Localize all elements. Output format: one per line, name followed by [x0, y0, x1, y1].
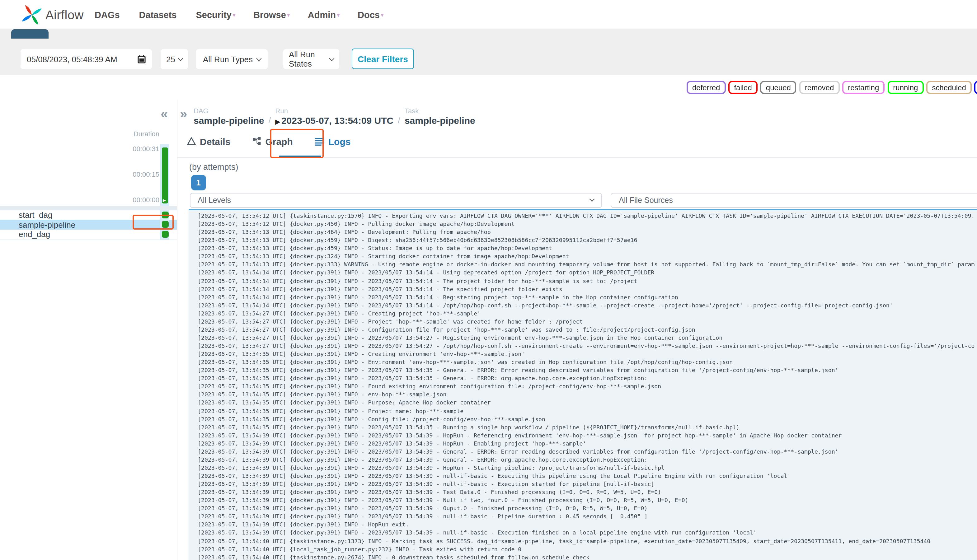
breadcrumb-run-label: Run [276, 107, 394, 115]
breadcrumb-run-value[interactable]: ▶2023-05-07, 13:54:09 UTC [276, 115, 394, 126]
log-line: [2023-05-07, 13:54:27 UTC] {docker.py:39… [198, 318, 977, 326]
log-line: [2023-05-07, 13:54:40 UTC] {local_task_j… [198, 545, 977, 553]
dag-run-duration-bar[interactable]: ▶ [162, 147, 168, 203]
state-badge[interactable]: deferred [686, 81, 725, 94]
task-name: start_dag [19, 210, 52, 220]
log-line: [2023-05-07, 13:54:35 UTC] {docker.py:39… [198, 415, 977, 423]
task-row[interactable]: end_dag [0, 230, 177, 239]
chevron-down-icon: ▾ [233, 12, 235, 18]
log-line: [2023-05-07, 13:54:39 UTC] {docker.py:39… [198, 505, 977, 513]
log-line: [2023-05-07, 13:54:35 UTC] {docker.py:39… [198, 358, 977, 367]
attempt-1-button[interactable]: 1 [191, 175, 206, 190]
clear-filters-button[interactable]: Clear Filters [352, 48, 414, 69]
log-line: [2023-05-07, 13:54:39 UTC] {docker.py:39… [198, 440, 977, 448]
log-line: [2023-05-07, 13:54:35 UTC] {docker.py:39… [198, 391, 977, 399]
log-line: [2023-05-07, 13:54:13 UTC] {docker.py:45… [198, 237, 977, 245]
manual-run-icon: ▶ [163, 198, 166, 203]
log-output[interactable]: [2023-05-07, 13:54:12 UTC] {taskinstance… [189, 209, 977, 560]
breadcrumb-run-text: 2023-05-07, 13:54:09 UTC [281, 115, 393, 126]
nav-item-label: Datasets [139, 10, 177, 20]
breadcrumb-task-value[interactable]: sample-pipeline [405, 115, 475, 126]
calendar-icon[interactable] [138, 55, 146, 63]
collapse-grid-icon[interactable]: « [160, 107, 168, 120]
log-line: [2023-05-07, 13:54:39 UTC] {docker.py:39… [198, 488, 977, 497]
annotation-box-logs-tab [270, 128, 323, 158]
nav-item[interactable]: Security ▾ [196, 10, 235, 20]
chevron-down-icon: ▾ [287, 12, 290, 18]
expand-panel-icon[interactable]: » [180, 107, 187, 120]
nav-item[interactable]: DAGs [95, 10, 121, 20]
log-line: [2023-05-07, 13:54:40 UTC] {taskinstance… [198, 553, 977, 560]
run-types-select[interactable]: All Run Types [196, 49, 268, 69]
log-line: [2023-05-07, 13:54:35 UTC] {docker.py:39… [198, 399, 977, 407]
page-size-value: 25 [166, 55, 175, 64]
top-nav: Airflow DAGs Datasets Security ▾ Browse … [0, 0, 977, 29]
breadcrumb-task: Task sample-pipeline [405, 107, 475, 126]
log-line: [2023-05-07, 13:54:13 UTC] {docker.py:46… [198, 228, 977, 237]
duration-axis-ticks: 00:00:3100:00:1500:00:00 [94, 145, 159, 203]
log-line: [2023-05-07, 13:54:40 UTC] {taskinstance… [198, 537, 977, 545]
log-line: [2023-05-07, 13:54:13 UTC] {docker.py:45… [198, 245, 977, 253]
grid-separator [0, 206, 177, 210]
log-line: [2023-05-07, 13:54:13 UTC] {docker.py:32… [198, 253, 977, 261]
log-line: [2023-05-07, 13:54:39 UTC] {docker.py:39… [198, 480, 977, 488]
log-line: [2023-05-07, 13:54:39 UTC] {docker.py:39… [198, 521, 977, 529]
run-states-select[interactable]: All Run States [283, 49, 339, 69]
log-line: [2023-05-07, 13:54:14 UTC] {docker.py:39… [198, 302, 977, 310]
log-line: [2023-05-07, 13:54:27 UTC] {docker.py:39… [198, 342, 977, 350]
log-line: [2023-05-07, 13:54:39 UTC] {docker.py:39… [198, 472, 977, 480]
tab-logs-label: Logs [328, 136, 351, 147]
nav-item-label: Security [196, 10, 232, 20]
state-badge[interactable]: queued [760, 81, 797, 94]
log-line: [2023-05-07, 13:54:39 UTC] {docker.py:39… [198, 529, 977, 537]
log-line: [2023-05-07, 13:54:35 UTC] {docker.py:39… [198, 383, 977, 391]
state-badge[interactable]: removed [799, 81, 839, 94]
nav-item[interactable]: Docs ▾ [357, 10, 384, 20]
airflow-pinwheel-icon [20, 3, 43, 27]
run-states-value: All Run States [289, 50, 330, 68]
log-level-select[interactable]: All Levels [190, 193, 602, 208]
brand-wordmark: Airflow [45, 8, 84, 22]
log-line: [2023-05-07, 13:54:14 UTC] {docker.py:39… [198, 293, 977, 302]
task-name: end_dag [19, 230, 50, 239]
tab-bar: Details Graph Logs [187, 132, 351, 151]
base-date-value: 05/08/2023, 05:48:39 AM [27, 55, 117, 64]
chevron-down-icon [589, 197, 595, 202]
graph-nodes-icon [253, 137, 261, 146]
nav-item[interactable]: Browse ▾ [253, 10, 290, 20]
page-size-select[interactable]: 25 [160, 49, 188, 69]
state-badge[interactable]: restarting [842, 81, 885, 94]
duration-axis-title: Duration [112, 130, 159, 138]
log-line: [2023-05-07, 13:54:13 UTC] {docker.py:33… [198, 261, 977, 269]
state-badge[interactable]: shutdown [975, 81, 977, 94]
tab-details[interactable]: Details [187, 132, 230, 151]
nav-item[interactable]: Admin ▾ [308, 10, 339, 20]
state-badge[interactable]: running [887, 81, 924, 94]
task-instance-success-square[interactable] [162, 231, 169, 238]
run-types-value: All Run Types [203, 55, 253, 64]
panel-divider [177, 100, 177, 560]
log-line: [2023-05-07, 13:54:35 UTC] {docker.py:39… [198, 423, 977, 432]
log-line: [2023-05-07, 13:54:39 UTC] {docker.py:39… [198, 432, 977, 440]
file-source-select[interactable]: All File Sources [611, 193, 977, 208]
log-line: [2023-05-07, 13:54:14 UTC] {docker.py:39… [198, 269, 977, 277]
log-line: [2023-05-07, 13:54:39 UTC] {docker.py:39… [198, 513, 977, 521]
log-line: [2023-05-07, 13:54:39 UTC] {docker.py:39… [198, 464, 977, 472]
partial-grid-tab[interactable] [11, 29, 48, 38]
breadcrumb-dag-value[interactable]: sample-pipeline [194, 115, 264, 126]
base-date-input[interactable]: 05/08/2023, 05:48:39 AM [20, 49, 152, 69]
nav-menu: DAGs Datasets Security ▾ Browse ▾ Admin … [95, 0, 384, 29]
state-badge[interactable]: failed [728, 81, 757, 94]
log-line: [2023-05-07, 13:54:35 UTC] {docker.py:39… [198, 407, 977, 415]
breadcrumb-dag: DAG sample-pipeline [194, 107, 264, 126]
airflow-logo[interactable]: Airflow [20, 3, 84, 27]
task-name: sample-pipeline [19, 220, 75, 229]
duration-tick-label: 00:00:31 [133, 145, 159, 152]
airflow-task-logs-page: Airflow DAGs Datasets Security ▾ Browse … [0, 0, 977, 560]
state-badge[interactable]: scheduled [926, 81, 971, 94]
nav-item-label: Browse [253, 10, 286, 20]
nav-item[interactable]: Datasets [139, 10, 178, 20]
details-triangle-icon [187, 137, 196, 146]
chevron-down-icon [178, 56, 183, 61]
duration-tick-label: 00:00:15 [133, 170, 159, 178]
